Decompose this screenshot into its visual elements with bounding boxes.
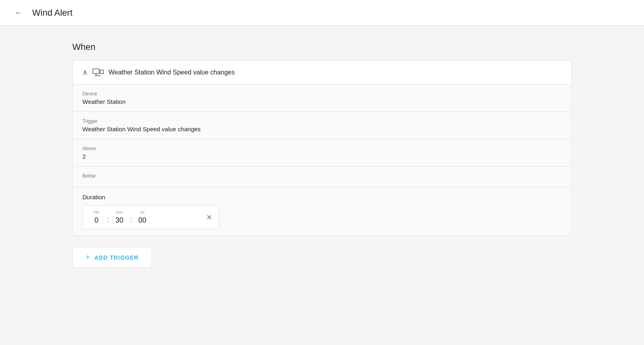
mm-value: 30 — [112, 216, 127, 225]
duration-hh-group[interactable]: hh 0 — [89, 210, 104, 225]
duration-clear-button[interactable]: ✕ — [200, 213, 212, 222]
duration-mm-group[interactable]: mm 30 — [112, 210, 127, 225]
trigger-field-value: Weather Station Wind Speed value changes — [82, 126, 562, 132]
duration-inputs: hh 0 : mm 30 : ss 00 ✕ — [82, 205, 219, 229]
device-field-label: Device — [82, 91, 562, 97]
duration-label: Duration — [82, 194, 562, 200]
add-trigger-label: ADD TRIGGER — [94, 254, 139, 261]
hh-value: 0 — [89, 216, 104, 225]
separator-1: : — [104, 210, 112, 224]
duration-ss-group[interactable]: ss 00 — [135, 210, 150, 225]
below-field-label: Below — [82, 173, 562, 179]
above-field-value: 2 — [82, 153, 562, 160]
back-button[interactable]: ← — [13, 6, 24, 19]
device-field[interactable]: Device Weather Station — [73, 85, 571, 112]
main-content: When ∧ Weather Station Wind Speed value … — [0, 26, 644, 284]
device-icon — [92, 68, 104, 76]
chevron-up-icon: ∧ — [82, 68, 88, 77]
trigger-header-title: Weather Station Wind Speed value changes — [109, 69, 235, 76]
trigger-field[interactable]: Trigger Weather Station Wind Speed value… — [73, 112, 571, 139]
trigger-card-header[interactable]: ∧ Weather Station Wind Speed value chang… — [73, 61, 571, 85]
trigger-field-label: Trigger — [82, 118, 562, 124]
page-title: Wind Alert — [32, 8, 72, 18]
plus-icon: + — [86, 253, 90, 262]
hh-sublabel: hh — [94, 210, 99, 215]
ss-value: 00 — [135, 216, 150, 225]
svg-rect-1 — [100, 70, 103, 74]
svg-rect-0 — [93, 69, 99, 74]
trigger-card: ∧ Weather Station Wind Speed value chang… — [72, 60, 572, 236]
above-field[interactable]: Above 2 — [73, 139, 571, 167]
when-section-label: When — [72, 42, 572, 52]
mm-sublabel: mm — [116, 210, 123, 215]
duration-section: Duration hh 0 : mm 30 : ss 00 ✕ — [73, 187, 571, 236]
ss-sublabel: ss — [140, 210, 145, 215]
above-field-label: Above — [82, 146, 562, 151]
device-field-value: Weather Station — [82, 98, 562, 105]
separator-2: : — [127, 210, 135, 224]
header: ← Wind Alert — [0, 0, 644, 26]
back-arrow-icon: ← — [14, 8, 23, 17]
add-trigger-button[interactable]: + ADD TRIGGER — [72, 247, 152, 268]
below-field[interactable]: Below — [73, 167, 571, 187]
